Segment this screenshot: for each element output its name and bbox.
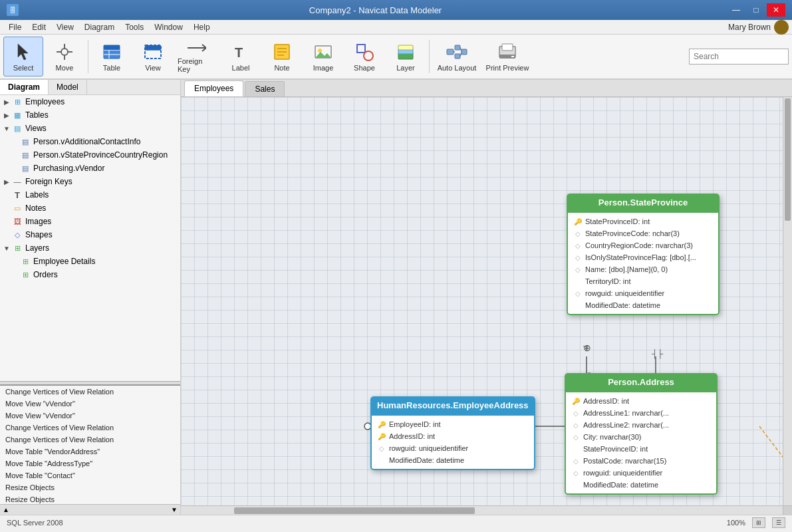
tree-item-tables[interactable]: ▶ ▦ Tables — [0, 108, 180, 122]
history-item-1[interactable]: Move View "vVendor" — [0, 398, 180, 410]
close-button[interactable]: ✕ — [767, 3, 785, 17]
tree-item-images[interactable]: ▶ 🖼 Images — [0, 215, 180, 228]
node-body-address: 🔑AddressID: int ◇AddressLine1: nvarchar(… — [565, 391, 718, 495]
tree-item-notes[interactable]: ▶ ▭ Notes — [0, 201, 180, 215]
tree-item-layer1[interactable]: ▶ ⊞ Employee Details — [0, 255, 180, 268]
tree-item-view3[interactable]: ▶ ▤ Purchasing.vVendor — [0, 162, 180, 175]
diagram-canvas[interactable]: ⊕ ┬ ┤├ Person.StateProvince 🔑StateProvin… — [181, 97, 792, 515]
svg-point-1 — [61, 49, 68, 55]
sidebar-tab-model[interactable]: Model — [49, 80, 87, 94]
menu-edit[interactable]: Edit — [27, 21, 51, 33]
history-item-5[interactable]: Move Table "VendorAddress" — [0, 446, 180, 458]
history-item-4[interactable]: Change Vertices of View Relation — [0, 434, 180, 446]
svg-line-34 — [460, 48, 462, 52]
tree-item-employees[interactable]: ▶ ⊞ Employees — [0, 95, 180, 108]
svg-line-35 — [460, 53, 462, 57]
tree-item-layer2[interactable]: ▶ ⊞ Orders — [0, 268, 180, 281]
note-tool[interactable]: Note — [262, 37, 302, 76]
menu-tools[interactable]: Tools — [120, 21, 149, 33]
layer-tool[interactable]: Layer — [386, 37, 426, 76]
foreignkey-tool[interactable]: Foreign Key — [174, 37, 219, 76]
history-item-3[interactable]: Change Vertices of View Relation — [0, 422, 180, 434]
tree-item-labels[interactable]: ▶ T Labels — [0, 188, 180, 201]
vertical-scrollbar[interactable] — [783, 97, 792, 505]
horizontal-scrollbar[interactable] — [181, 505, 783, 515]
select-tool[interactable]: Select — [3, 37, 43, 76]
toolbar: Select Move Table View Foreign Key T Lab… — [0, 35, 792, 80]
tree-item-shapes[interactable]: ▶ ◇ Shapes — [0, 228, 180, 241]
user-avatar — [774, 20, 789, 35]
menu-help[interactable]: Help — [188, 21, 215, 33]
tree-item-layers[interactable]: ▼ ⊞ Layers — [0, 241, 180, 255]
svg-text:┤├: ┤├ — [652, 349, 664, 359]
autolayout-tool[interactable]: Auto Layout — [433, 37, 481, 76]
minimize-button[interactable]: — — [727, 3, 745, 17]
vscroll-thumb[interactable] — [785, 98, 791, 221]
node-hr-employeeaddress[interactable]: HumanResources.EmployeeAddress 🔑Employee… — [370, 396, 535, 470]
autolayout-label: Auto Layout — [438, 64, 477, 72]
key-icon: 🔑 — [573, 217, 583, 226]
grid-view-btn[interactable]: ⊞ — [752, 517, 765, 528]
tree-item-views[interactable]: ▼ ▤ Views — [0, 122, 180, 135]
tree-label-layer2: Orders — [33, 270, 58, 279]
maximize-button[interactable]: □ — [747, 3, 765, 17]
printpreview-tool[interactable]: Print Preview — [482, 37, 533, 76]
sidebar-tab-diagram[interactable]: Diagram — [0, 80, 49, 94]
history-item-8[interactable]: Resize Objects — [0, 481, 180, 493]
menu-view[interactable]: View — [51, 21, 79, 33]
node-body-empaddr: 🔑EmployeeID: int 🔑AddressID: int ◇rowgui… — [370, 414, 535, 470]
tree-item-view2[interactable]: ▶ ▤ Person.vStateProvinceCountryRegion — [0, 148, 180, 162]
pa-field-8: ModifiedDate: datetime — [566, 479, 716, 491]
history-item-0[interactable]: Change Vertices of View Relation — [0, 386, 180, 398]
svg-rect-29 — [447, 49, 454, 55]
titlebar-title: Company2 - Navicat Data Modeler — [24, 5, 727, 15]
scroll-up-icon[interactable]: ▲ — [3, 506, 9, 513]
node-person-stateprovince[interactable]: Person.StateProvince 🔑StateProvinceID: i… — [567, 194, 720, 315]
shape-tool[interactable]: Shape — [344, 37, 384, 76]
move-tool[interactable]: Move — [45, 37, 84, 76]
move-icon — [54, 41, 75, 63]
menu-diagram[interactable]: Diagram — [79, 21, 120, 33]
ea-field-2: 🔑AddressID: int — [372, 430, 534, 442]
node-person-address[interactable]: Person.Address 🔑AddressID: int ◇AddressL… — [565, 373, 718, 495]
label-tool[interactable]: T Label — [221, 37, 261, 76]
tab-employees[interactable]: Employees — [184, 80, 243, 96]
tree-label-fk: Foreign Keys — [25, 177, 72, 186]
empty-icon-pa8 — [571, 480, 581, 489]
history-item-7[interactable]: Move Table "Contact" — [0, 469, 180, 481]
history-item-2[interactable]: Move View "vVendor" — [0, 410, 180, 422]
field-rowguid: ◇rowguid: uniqueidentifier — [568, 287, 718, 299]
tab-sales[interactable]: Sales — [245, 81, 285, 96]
search-input[interactable] — [689, 49, 789, 65]
svg-text:T: T — [235, 45, 243, 60]
hscroll-thumb[interactable] — [234, 507, 475, 514]
tree-label-views: Views — [25, 124, 47, 133]
scroll-down-icon[interactable]: ▼ — [171, 506, 178, 513]
printpreview-label: Print Preview — [486, 64, 529, 72]
foreignkey-icon — [186, 40, 207, 56]
view1-icon: ▤ — [20, 136, 31, 147]
tables-icon: ▦ — [12, 110, 23, 120]
image-tool[interactable]: Image — [303, 37, 343, 76]
node-header-empaddr: HumanResources.EmployeeAddress — [370, 396, 535, 414]
pa-field-5: StateProvinceID: int — [566, 443, 716, 455]
tree-item-foreignkeys[interactable]: ▶ — Foreign Keys — [0, 175, 180, 188]
empty-icon-pa5 — [571, 444, 581, 454]
history-item-9[interactable]: Resize Objects — [0, 493, 180, 504]
field-territoryid: TerritoryID: int — [568, 275, 718, 287]
list-view-btn[interactable]: ☰ — [772, 517, 785, 528]
pa-field-1: 🔑AddressID: int — [566, 395, 716, 407]
sidebar-tree: ▶ ⊞ Employees ▶ ▦ Tables ▼ ▤ Views ▶ ▤ P… — [0, 95, 180, 381]
menu-file[interactable]: File — [3, 21, 27, 33]
field-stateprovinceid: 🔑StateProvinceID: int — [568, 215, 718, 227]
canvas-area: Employees Sales ⊕ ┬ ┤├ — [181, 80, 792, 515]
tree-item-view1[interactable]: ▶ ▤ Person.vAdditionalContactInfo — [0, 135, 180, 148]
svg-text:⊕: ⊕ — [583, 342, 591, 353]
diamond-icon2: ◇ — [573, 241, 583, 250]
history-item-6[interactable]: Move Table "AddressType" — [0, 458, 180, 469]
image-label: Image — [313, 64, 334, 72]
menu-window[interactable]: Window — [149, 21, 188, 33]
field-isonlystate: ◇IsOnlyStateProvinceFlag: [dbo].[... — [568, 251, 718, 263]
table-tool[interactable]: Table — [92, 37, 132, 76]
view-tool[interactable]: View — [133, 37, 173, 76]
